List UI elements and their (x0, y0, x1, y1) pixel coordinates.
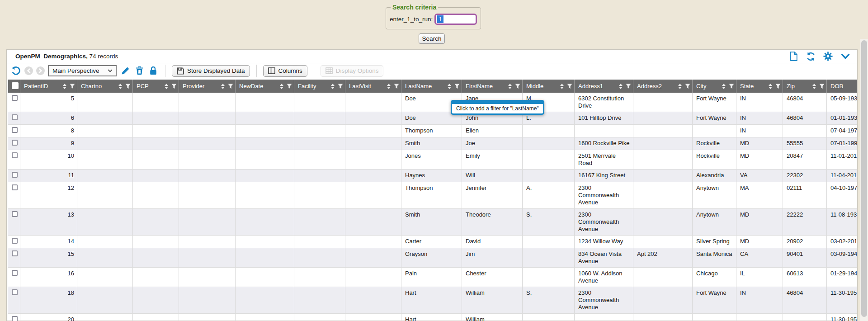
sort-arrows-icon[interactable] (812, 84, 816, 89)
table-row[interactable]: 5DoeJaneM.6302 Constitution DriveFort Wa… (8, 93, 858, 112)
delete-trash-icon[interactable] (134, 66, 145, 76)
row-checkbox[interactable] (12, 184, 18, 190)
filter-funnel-icon[interactable] (125, 84, 131, 89)
filter-funnel-icon[interactable] (515, 84, 520, 89)
filter-funnel-icon[interactable] (171, 84, 177, 89)
sort-arrows-icon[interactable] (331, 84, 335, 89)
filter-funnel-icon[interactable] (567, 84, 572, 89)
column-header-lastname[interactable]: LastName (401, 80, 462, 93)
sort-arrows-icon[interactable] (508, 84, 512, 89)
filter-funnel-icon[interactable] (287, 84, 292, 89)
cell-lastvisit (345, 112, 401, 125)
sort-arrows-icon[interactable] (387, 84, 391, 89)
column-header-patientid[interactable]: PatientID (20, 80, 77, 93)
sort-arrows-icon[interactable] (722, 84, 726, 89)
table-row[interactable]: 20HartWilliam11-30-1954 (8, 314, 858, 321)
undo-icon[interactable] (10, 66, 21, 76)
sort-arrows-icon[interactable] (619, 84, 623, 89)
search-criteria-panel: Search criteria enter_1_to_run: 1 (386, 4, 477, 29)
table-row[interactable]: 13SmithTheodoreS.2300 Commonwealth Avenu… (8, 209, 858, 236)
cell-lastname: Jones (401, 150, 462, 170)
table-row[interactable]: 12ThompsonJenniferA.2300 Commonwealth Av… (8, 182, 858, 209)
filter-funnel-icon[interactable] (685, 84, 690, 89)
row-checkbox[interactable] (12, 95, 18, 101)
row-checkbox[interactable] (12, 250, 18, 256)
sort-arrows-icon[interactable] (118, 84, 122, 89)
column-header-facility[interactable]: Facility (294, 80, 345, 93)
column-header-city[interactable]: City (693, 80, 736, 93)
select-all-header[interactable] (8, 80, 20, 93)
sort-arrows-icon[interactable] (280, 84, 283, 89)
settings-gear-icon[interactable] (823, 52, 833, 61)
sort-arrows-icon[interactable] (448, 84, 451, 89)
sort-arrows-icon[interactable] (165, 84, 168, 89)
table-row[interactable]: 8ThompsonEllenIN07-04-1970 (8, 125, 858, 137)
edit-pencil-icon[interactable] (120, 66, 131, 76)
row-checkbox[interactable] (12, 172, 18, 178)
filter-funnel-icon[interactable] (394, 84, 399, 89)
scrollbar-thumb[interactable] (861, 40, 867, 317)
table-row[interactable]: 14CarterDavid1234 Willow WaySilver Sprin… (8, 236, 858, 248)
row-checkbox[interactable] (12, 211, 18, 217)
column-header-dob[interactable]: DOB (827, 80, 858, 93)
filter-funnel-icon[interactable] (228, 84, 233, 89)
lock-icon[interactable] (148, 66, 159, 76)
sort-arrows-icon[interactable] (769, 84, 772, 89)
select-all-checkbox[interactable] (12, 82, 19, 89)
row-checkbox[interactable] (12, 289, 18, 295)
column-header-state[interactable]: State (736, 80, 783, 93)
column-header-middle[interactable]: Middle (523, 80, 575, 93)
new-document-icon[interactable] (789, 52, 798, 61)
vertical-scrollbar[interactable] (860, 39, 868, 321)
sort-arrows-icon[interactable] (63, 84, 66, 89)
table-row[interactable]: 16PainChester1060 W. Addison AvenueChica… (8, 268, 858, 287)
column-header-zip[interactable]: Zip (783, 80, 827, 93)
perspective-select[interactable]: Main Perspective (48, 65, 117, 76)
row-checkbox[interactable] (12, 127, 18, 133)
sort-arrows-icon[interactable] (560, 84, 564, 89)
cell-lastname: Smith (401, 137, 462, 150)
table-row[interactable]: 10JonesEmily2501 Merrvale RoadRockvilleM… (8, 150, 858, 170)
column-header-firstname[interactable]: FirstName (462, 80, 523, 93)
row-checkbox[interactable] (12, 114, 18, 120)
row-checkbox[interactable] (12, 238, 18, 244)
columns-button[interactable]: Columns (263, 65, 307, 77)
sort-arrows-icon[interactable] (221, 84, 225, 89)
filter-funnel-icon[interactable] (338, 84, 343, 89)
store-displayed-data-button[interactable]: Store Displayed Data (172, 65, 250, 77)
filter-funnel-icon[interactable] (729, 84, 734, 89)
filter-funnel-icon[interactable] (626, 84, 631, 89)
table-row[interactable]: 6DoeJohnL.101 Hilltop DriveFort WayneIN4… (8, 112, 858, 125)
cell-patientid: 6 (20, 112, 77, 125)
cell-provider (179, 137, 236, 150)
column-header-pcp[interactable]: PCP (133, 80, 179, 93)
column-header-address1[interactable]: Address1 (575, 80, 633, 93)
table-row[interactable]: 15GraysonJim834 Ocean Vista AvenueApt 20… (8, 248, 858, 268)
column-header-newdate[interactable]: NewDate (236, 80, 294, 93)
column-header-provider[interactable]: Provider (179, 80, 236, 93)
row-checkbox[interactable] (12, 152, 18, 158)
filter-funnel-icon[interactable] (819, 84, 825, 89)
column-header-chartno[interactable]: Chartno (77, 80, 133, 93)
sort-arrows-icon[interactable] (678, 84, 682, 89)
filter-funnel-icon[interactable] (454, 84, 460, 89)
row-checkbox[interactable] (12, 140, 18, 146)
nav-forward-icon[interactable] (36, 66, 45, 75)
cell-city: Alexandria (693, 170, 736, 182)
column-header-address2[interactable]: Address2 (633, 80, 693, 93)
filter-funnel-icon[interactable] (775, 84, 781, 89)
cell-chartno (77, 137, 133, 150)
enter-1-to-run-input[interactable]: 1 (434, 14, 477, 25)
column-header-lastvisit[interactable]: LastVisit (345, 80, 401, 93)
table-row[interactable]: 9SmithJoe1600 Rockville PikeRockvilleMD5… (8, 137, 858, 150)
refresh-icon[interactable] (806, 52, 816, 61)
table-row[interactable]: 18HartWilliamS.2300 Commonwealth AvenueF… (8, 287, 858, 314)
collapse-chevron-icon[interactable] (840, 52, 850, 61)
cell-zip: 20847 (783, 150, 827, 170)
nav-back-icon[interactable] (24, 66, 33, 75)
row-checkbox[interactable] (12, 316, 18, 321)
table-row[interactable]: 11HaynesWill16167 King StreetAlexandriaV… (8, 170, 858, 182)
row-checkbox[interactable] (12, 270, 18, 276)
filter-funnel-icon[interactable] (70, 84, 75, 89)
search-button[interactable]: Search (419, 33, 445, 44)
